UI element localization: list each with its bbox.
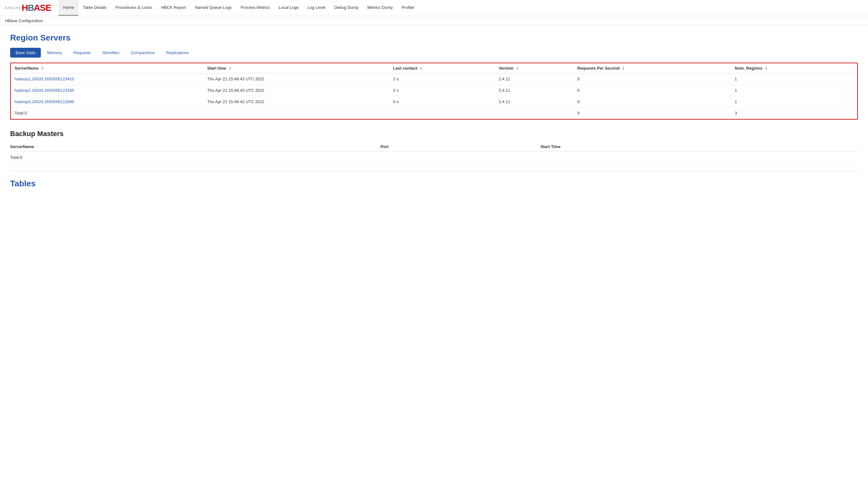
sort-icon-server: ⇕ xyxy=(41,67,44,70)
cell-rps-2: 0 xyxy=(574,85,731,96)
cell-last-contact-1: 2 s xyxy=(390,73,495,85)
cell-total-rps: 0 xyxy=(574,107,731,119)
cell-total-regions: 3 xyxy=(731,107,857,119)
nav-profiler[interactable]: Profiler xyxy=(397,0,419,16)
backup-total-start xyxy=(540,152,858,163)
nav-procedures-locks[interactable]: Procedures & Locks xyxy=(111,0,157,16)
table-row: hadoop3,16020,1650556122896 Thu Apr 21 1… xyxy=(11,96,857,107)
cell-server-name-2: hadoop2,16020,1650556123160 xyxy=(11,85,203,96)
top-navigation: APACHE HBASE Home Table Details Procedur… xyxy=(0,0,868,16)
nav-table-details[interactable]: Table Details xyxy=(79,0,111,16)
cell-version-3: 2.4.11 xyxy=(495,96,573,107)
tab-memory[interactable]: Memory xyxy=(42,48,67,57)
table-header-row: ServerName ⇕ Start time ⇕ Last contact ⇕… xyxy=(11,63,857,73)
main-content: Region Servers Base Stats Memory Request… xyxy=(0,25,868,201)
sub-navigation: HBase Configuration xyxy=(0,16,868,25)
nav-process-metrics[interactable]: Process Metrics xyxy=(236,0,274,16)
region-servers-table-wrapper: ServerName ⇕ Start time ⇕ Last contact ⇕… xyxy=(10,63,858,120)
table-row: hadoop1,16020,1650556123410 Thu Apr 21 1… xyxy=(11,73,857,85)
region-servers-table: ServerName ⇕ Start time ⇕ Last contact ⇕… xyxy=(11,63,857,119)
region-servers-tab-bar: Base Stats Memory Requests Storefiles Co… xyxy=(10,48,858,58)
backup-col-start-time: Start Time xyxy=(540,142,858,152)
backup-total-port xyxy=(380,152,541,163)
nav-hbck-report[interactable]: HBCK Report xyxy=(157,0,191,16)
col-num-regions[interactable]: Num. Regions ⇕ xyxy=(731,63,857,73)
cell-start-time-2: Thu Apr 21 15:48:43 UTC 2022 xyxy=(203,85,389,96)
nav-log-level[interactable]: Log Level xyxy=(303,0,330,16)
cell-version-2: 2.4.11 xyxy=(495,85,573,96)
col-requests-per-second[interactable]: Requests Per Second ⇕ xyxy=(574,63,731,73)
cell-total-start xyxy=(203,107,389,119)
nav-debug-dump[interactable]: Debug Dump xyxy=(330,0,363,16)
sort-icon-rps: ⇕ xyxy=(622,67,625,70)
sort-icon-start: ⇕ xyxy=(228,67,231,70)
total-row: Total:3 0 3 xyxy=(11,107,857,119)
backup-header-row: ServerName Port Start Time xyxy=(10,142,858,152)
nav-local-logs[interactable]: Local Logs xyxy=(274,0,303,16)
sort-icon-regions: ⇕ xyxy=(765,67,767,70)
backup-masters-table: ServerName Port Start Time Total:0 xyxy=(10,142,858,163)
tab-requests[interactable]: Requests xyxy=(68,48,96,57)
nav-metrics-dump[interactable]: Metrics Dump xyxy=(363,0,397,16)
cell-start-time-1: Thu Apr 21 15:48:43 UTC 2022 xyxy=(203,73,389,85)
cell-total-version xyxy=(495,107,573,119)
server-link-2[interactable]: hadoop2,16020,1650556123160 xyxy=(14,88,74,93)
section-divider xyxy=(10,171,858,171)
logo-apache-text: APACHE xyxy=(5,6,22,10)
cell-server-name-1: hadoop1,16020,1650556123410 xyxy=(11,73,203,85)
col-last-contact[interactable]: Last contact ⇕ xyxy=(390,63,495,73)
region-servers-title: Region Servers xyxy=(10,33,858,43)
server-link-3[interactable]: hadoop3,16020,1650556122896 xyxy=(14,99,74,104)
tab-base-stats[interactable]: Base Stats xyxy=(10,48,41,58)
cell-server-name-3: hadoop3,16020,1650556122896 xyxy=(11,96,203,107)
cell-rps-3: 0 xyxy=(574,96,731,107)
col-version[interactable]: Version ⇕ xyxy=(495,63,573,73)
cell-total-label: Total:3 xyxy=(11,107,203,119)
hbase-configuration-link[interactable]: HBase Configuration xyxy=(5,18,43,23)
col-start-time[interactable]: Start time ⇕ xyxy=(203,63,389,73)
cell-regions-1: 1 xyxy=(731,73,857,85)
cell-start-time-3: Thu Apr 21 15:48:42 UTC 2022 xyxy=(203,96,389,107)
logo: APACHE HBASE xyxy=(5,0,56,16)
tab-compactions[interactable]: Compactions xyxy=(126,48,160,57)
cell-regions-2: 1 xyxy=(731,85,857,96)
backup-total-row: Total:0 xyxy=(10,152,858,163)
backup-col-server: ServerName xyxy=(10,142,380,152)
tab-replications[interactable]: Replications xyxy=(161,48,194,57)
nav-named-queue-logs[interactable]: Named Queue Logs xyxy=(191,0,236,16)
col-server-name[interactable]: ServerName ⇕ xyxy=(11,63,203,73)
backup-masters-title: Backup Masters xyxy=(10,130,858,138)
cell-total-contact xyxy=(390,107,495,119)
nav-home[interactable]: Home xyxy=(59,0,79,16)
sort-icon-version: ⇕ xyxy=(516,67,519,70)
server-link-1[interactable]: hadoop1,16020,1650556123410 xyxy=(14,76,74,81)
cell-last-contact-3: 0 s xyxy=(390,96,495,107)
tab-storefiles[interactable]: Storefiles xyxy=(97,48,124,57)
cell-last-contact-2: 2 s xyxy=(390,85,495,96)
tables-section-title: Tables xyxy=(10,179,858,189)
backup-total-label: Total:0 xyxy=(10,152,380,163)
sort-icon-contact: ⇕ xyxy=(420,67,422,70)
table-row: hadoop2,16020,1650556123160 Thu Apr 21 1… xyxy=(11,85,857,96)
logo-hbase-text: HBASE xyxy=(22,3,51,12)
backup-col-port: Port xyxy=(380,142,541,152)
cell-rps-1: 0 xyxy=(574,73,731,85)
cell-version-1: 2.4.11 xyxy=(495,73,573,85)
cell-regions-3: 1 xyxy=(731,96,857,107)
